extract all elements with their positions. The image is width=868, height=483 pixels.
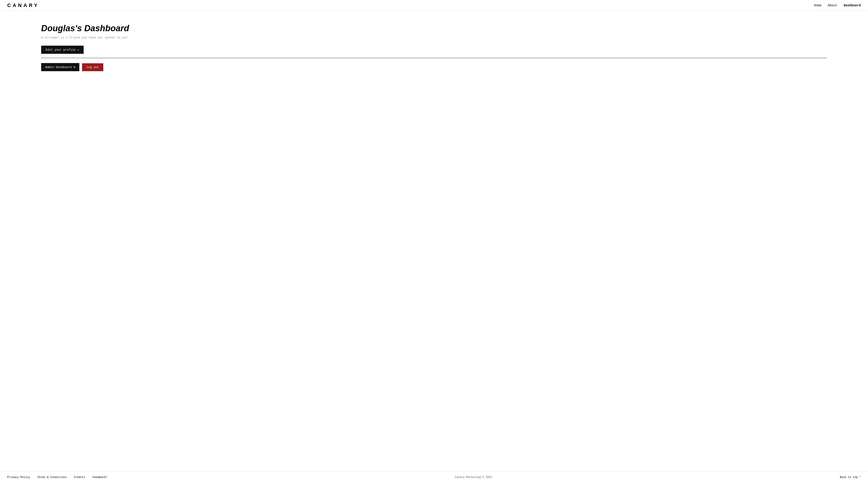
admin-dashboard-button[interactable]: Admin Dashboard ⚙ — [41, 63, 79, 71]
edit-profile-label: Edit your profile — [46, 48, 76, 52]
admin-dashboard-label: Admin Dashboard — [45, 66, 72, 69]
footer-feedback[interactable]: Feedback? — [92, 476, 107, 479]
footer-copyright: Canary Marketing © 2023 — [455, 476, 492, 479]
navbar: CANARY Home About Dashboard — [0, 0, 868, 11]
logout-label: Log out — [87, 66, 99, 69]
page-subtitle: A stranger is a friend you have not spok… — [41, 36, 827, 39]
footer-terms[interactable]: Terms & Conditions — [37, 476, 67, 479]
nav-links: Home About Dashboard — [814, 4, 861, 7]
footer-credits[interactable]: Credits — [74, 476, 85, 479]
back-to-top[interactable]: Back to top ⌃ — [840, 476, 861, 479]
chevron-up-icon: ⌃ — [859, 476, 861, 479]
nav-about[interactable]: About — [828, 4, 837, 7]
back-to-top-label: Back to top — [840, 476, 858, 479]
nav-home[interactable]: Home — [814, 4, 822, 7]
edit-profile-icon: ✏️ — [78, 48, 79, 52]
logout-button[interactable]: Log out — [82, 63, 103, 71]
nav-dashboard[interactable]: Dashboard — [844, 4, 861, 7]
footer-links: Privacy Policy Terms & Conditions Credit… — [7, 476, 107, 479]
main-content: Douglas's Dashboard A stranger is a frie… — [0, 11, 868, 471]
gear-icon: ⚙ — [73, 65, 75, 69]
action-row: Admin Dashboard ⚙ Log out — [41, 63, 827, 71]
edit-profile-button[interactable]: Edit your profile ✏️ — [41, 46, 84, 54]
page-title: Douglas's Dashboard — [41, 24, 827, 33]
site-logo[interactable]: CANARY — [7, 2, 39, 8]
footer-privacy-policy[interactable]: Privacy Policy — [7, 476, 30, 479]
footer: Privacy Policy Terms & Conditions Credit… — [0, 471, 868, 483]
